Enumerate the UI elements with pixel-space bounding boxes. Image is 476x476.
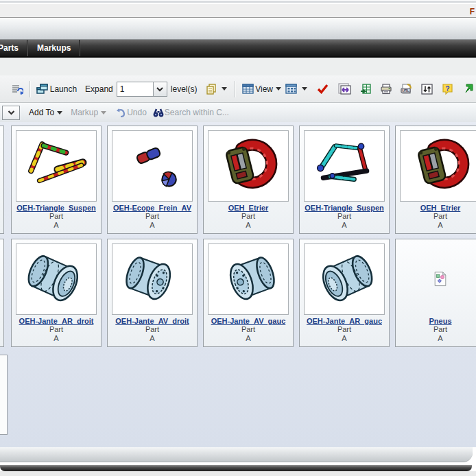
- part-type: Part: [204, 212, 293, 221]
- url-link-icon[interactable]: URL: [399, 82, 414, 97]
- part-link[interactable]: OEH-Triangle_Suspen: [301, 204, 388, 212]
- part-link[interactable]: OEH_Etrier: [397, 204, 476, 212]
- expand-level-combobox: [117, 82, 167, 97]
- expand-level-dropdown-button[interactable]: [153, 82, 167, 96]
- part-card[interactable]: Pneus Part A: [395, 239, 476, 347]
- part-thumbnail[interactable]: [400, 243, 476, 315]
- refresh-list-icon[interactable]: [10, 82, 25, 97]
- copy-pages-icon[interactable]: [204, 82, 219, 97]
- part-thumbnail[interactable]: [208, 130, 289, 202]
- part-card[interactable]: [0, 126, 4, 234]
- toolbar-separator: [235, 81, 235, 97]
- part-link[interactable]: OEH-Jante_AV_gauc: [205, 317, 291, 325]
- part-type: Part: [300, 212, 389, 221]
- compare-icon[interactable]: [337, 82, 353, 97]
- part-type: Part: [204, 325, 293, 334]
- part-card[interactable]: OEH-Jante_AR_droit Part A: [11, 239, 102, 347]
- help-icon[interactable]: ?: [440, 82, 455, 97]
- part-card[interactable]: OEH-Jante_AR_gauc Part A: [299, 239, 390, 347]
- panel-bottom-bar: [0, 447, 473, 462]
- part-link[interactable]: OEH-Jante_AV_droit: [109, 317, 195, 325]
- part-thumbnail[interactable]: [208, 243, 289, 315]
- part-type: Part: [396, 325, 476, 334]
- app-header-band: [0, 18, 476, 40]
- part-type: Part: [12, 325, 101, 334]
- validate-check-icon[interactable]: [316, 82, 331, 97]
- part-type: Part: [12, 212, 101, 221]
- sort-order-icon[interactable]: [420, 82, 435, 97]
- part-link[interactable]: OEH-Jante_AR_droit: [13, 317, 99, 325]
- open-external-icon[interactable]: [461, 82, 476, 97]
- view-table-icon[interactable]: [240, 82, 255, 97]
- window-top-divider: [0, 1, 476, 3]
- svg-text:?: ?: [446, 84, 450, 92]
- page-bottom-strip: [0, 471, 476, 476]
- undo-icon[interactable]: [115, 105, 127, 120]
- part-revision: A: [204, 334, 293, 343]
- part-thumbnail[interactable]: [400, 130, 476, 202]
- part-revision: A: [12, 221, 101, 230]
- copy-dropdown-caret[interactable]: [222, 87, 227, 91]
- part-card[interactable]: OEH_Etrier Part A: [203, 126, 294, 234]
- header-spacer: [0, 58, 476, 75]
- undo-button[interactable]: Undo: [127, 108, 147, 117]
- add-to-button[interactable]: Add To: [29, 108, 54, 117]
- part-link[interactable]: Pneus: [397, 317, 476, 325]
- search-within-button[interactable]: Search within C...: [165, 108, 229, 117]
- left-panel-edge: [0, 355, 8, 435]
- part-card[interactable]: OEH_Etrier Part A: [395, 126, 476, 234]
- part-thumbnail[interactable]: [16, 130, 97, 202]
- part-card[interactable]: OEH-Jante_AV_droit Part A: [107, 239, 198, 347]
- view-button[interactable]: View: [255, 84, 273, 94]
- part-card[interactable]: OEH-Jante_AV_gauc Part A: [203, 239, 294, 347]
- print-icon[interactable]: [379, 82, 394, 97]
- part-type: Part: [108, 212, 197, 221]
- parts-grid: OEH-Triangle_Suspen Part A OEH-Ecope_Fre…: [0, 122, 476, 447]
- part-card[interactable]: OEH-Triangle_Suspen Part A: [11, 126, 102, 234]
- part-type: Part: [396, 212, 476, 221]
- part-type: Part: [300, 325, 389, 334]
- tab-bar: Parts Markups: [0, 40, 476, 58]
- part-revision: A: [108, 221, 197, 230]
- part-link[interactable]: OEH_Etrier: [205, 204, 291, 212]
- part-link[interactable]: OEH-Jante_AR_gauc: [301, 317, 388, 325]
- levels-label: level(s): [171, 84, 198, 94]
- window-bottom-bar: [0, 465, 472, 471]
- part-link[interactable]: OEH-Ecope_Frein_AV: [109, 204, 195, 212]
- expand-level-input[interactable]: [117, 82, 153, 96]
- part-thumbnail[interactable]: [304, 243, 385, 315]
- part-thumbnail[interactable]: [304, 130, 385, 202]
- part-card[interactable]: OEH-Ecope_Frein_AV Part A: [107, 126, 198, 234]
- part-revision: A: [300, 221, 389, 230]
- expand-label: Expand: [85, 84, 113, 94]
- clipped-header-text: F: [470, 7, 475, 16]
- tab-parts[interactable]: Parts: [0, 40, 28, 56]
- part-thumbnail[interactable]: [112, 130, 193, 202]
- launch-button[interactable]: Launch: [50, 84, 77, 94]
- part-card[interactable]: [0, 239, 4, 347]
- tab-markups[interactable]: Markups: [28, 40, 80, 56]
- part-card[interactable]: OEH-Triangle_Suspen Part A: [299, 126, 390, 234]
- markup-caret[interactable]: [101, 111, 106, 115]
- add-to-caret[interactable]: [57, 111, 62, 115]
- launch-icon[interactable]: [35, 82, 50, 97]
- main-toolbar: Launch Expand level(s) View: [0, 75, 476, 103]
- part-link[interactable]: OEH-Triangle_Suspen: [13, 204, 99, 212]
- view-dropdown-caret[interactable]: [276, 87, 281, 91]
- part-revision: A: [108, 334, 197, 343]
- panel-collapse-button[interactable]: [2, 106, 20, 120]
- part-thumbnail[interactable]: [16, 243, 97, 315]
- toolbar-separator: [29, 81, 30, 97]
- part-revision: A: [396, 221, 476, 230]
- thumbnail-view-caret[interactable]: [302, 87, 307, 91]
- binoculars-icon[interactable]: [152, 105, 165, 120]
- export-grid-icon[interactable]: [358, 82, 373, 97]
- markup-button[interactable]: Markup: [71, 108, 98, 117]
- part-thumbnail[interactable]: [112, 243, 193, 315]
- browser-strip: F: [0, 4, 476, 18]
- part-revision: A: [12, 334, 101, 343]
- svg-text:URL: URL: [402, 88, 410, 92]
- thumbnail-view-icon[interactable]: [284, 82, 299, 97]
- part-revision: A: [300, 334, 389, 343]
- part-revision: A: [204, 221, 293, 230]
